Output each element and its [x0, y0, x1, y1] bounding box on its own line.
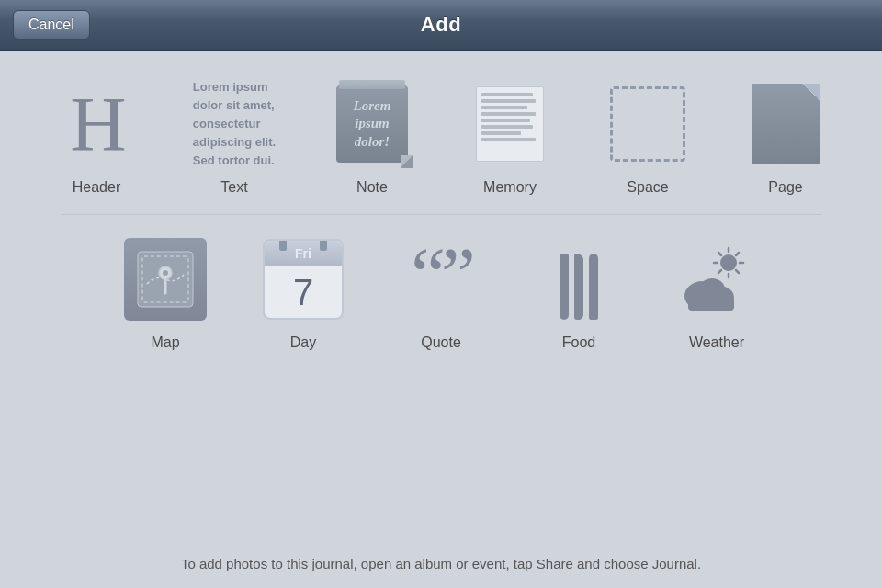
map-icon-box	[119, 233, 211, 325]
add-item-food[interactable]: Food	[510, 233, 648, 351]
day-icon-box: Fri 7	[257, 233, 349, 325]
add-item-day[interactable]: Fri 7 Day	[234, 233, 372, 351]
weather-icon	[675, 243, 758, 316]
svg-rect-17	[688, 298, 734, 311]
food-icon	[560, 239, 598, 320]
knife-icon	[574, 254, 583, 320]
add-item-space[interactable]: Space	[579, 78, 717, 196]
page-label: Page	[768, 179, 802, 196]
memory-icon	[476, 86, 544, 162]
header-icon: H	[70, 85, 122, 164]
svg-point-16	[699, 278, 725, 300]
header-icon-box: H	[51, 78, 142, 170]
weather-icon-box	[671, 233, 763, 325]
day-icon: Fri 7	[263, 239, 344, 320]
cancel-button[interactable]: Cancel	[13, 10, 90, 40]
text-icon: Lorem ipsum dolor sit amet, consectetur …	[193, 78, 276, 171]
page-icon	[752, 84, 820, 164]
svg-line-11	[736, 253, 739, 255]
svg-line-9	[718, 253, 721, 255]
note-icon-box: Lorem ipsum dolor!	[326, 78, 418, 170]
svg-line-12	[718, 270, 721, 273]
day-name: Fri	[295, 246, 311, 261]
add-item-page[interactable]: Page	[717, 78, 854, 196]
text-icon-box: Lorem ipsum dolor sit amet, consectetur …	[188, 78, 280, 170]
add-item-text[interactable]: Lorem ipsum dolor sit amet, consectetur …	[165, 78, 303, 196]
space-icon-box	[602, 78, 694, 170]
main-content: H Header Lorem ipsum dolor sit amet, con…	[0, 51, 882, 588]
food-label: Food	[562, 334, 595, 351]
space-label: Space	[627, 179, 668, 196]
fork-icon	[560, 254, 569, 320]
day-icon-top: Fri	[265, 241, 342, 266]
quote-icon: “”	[411, 236, 470, 323]
map-label: Map	[151, 334, 179, 351]
header-bar: Cancel Add	[0, 0, 882, 51]
add-item-header[interactable]: H Header	[28, 78, 165, 196]
day-label: Day	[290, 334, 316, 351]
add-item-note[interactable]: Lorem ipsum dolor! Note	[303, 78, 441, 196]
map-svg	[133, 247, 198, 311]
food-icon-box	[533, 233, 625, 325]
note-label: Note	[356, 179, 388, 196]
memory-label: Memory	[483, 179, 537, 196]
page-title: Add	[421, 13, 461, 37]
spoon-icon	[589, 254, 598, 320]
day-number: 7	[265, 266, 342, 318]
add-item-quote[interactable]: “” Quote	[372, 233, 510, 351]
weather-svg	[675, 243, 758, 316]
space-icon	[610, 86, 685, 162]
weather-label: Weather	[689, 334, 744, 351]
icon-row-2: Map Fri 7 Day “” Quote	[18, 233, 864, 351]
svg-line-10	[736, 270, 739, 273]
note-icon: Lorem ipsum dolor!	[336, 85, 408, 163]
header-label: Header	[73, 179, 120, 196]
quote-icon-box: “”	[395, 233, 487, 325]
icon-row-1: H Header Lorem ipsum dolor sit amet, con…	[18, 78, 864, 196]
map-icon	[124, 238, 207, 321]
memory-icon-box	[464, 78, 556, 170]
page-icon-box	[740, 78, 831, 170]
quote-label: Quote	[421, 334, 461, 351]
row-separator	[61, 214, 821, 215]
footer-text: To add photos to this journal, open an a…	[18, 539, 864, 588]
add-item-memory[interactable]: Memory	[441, 78, 579, 196]
svg-point-3	[163, 270, 168, 276]
text-label: Text	[220, 179, 247, 196]
add-item-weather[interactable]: Weather	[648, 233, 786, 351]
add-item-map[interactable]: Map	[96, 233, 234, 351]
svg-point-13	[720, 254, 737, 271]
